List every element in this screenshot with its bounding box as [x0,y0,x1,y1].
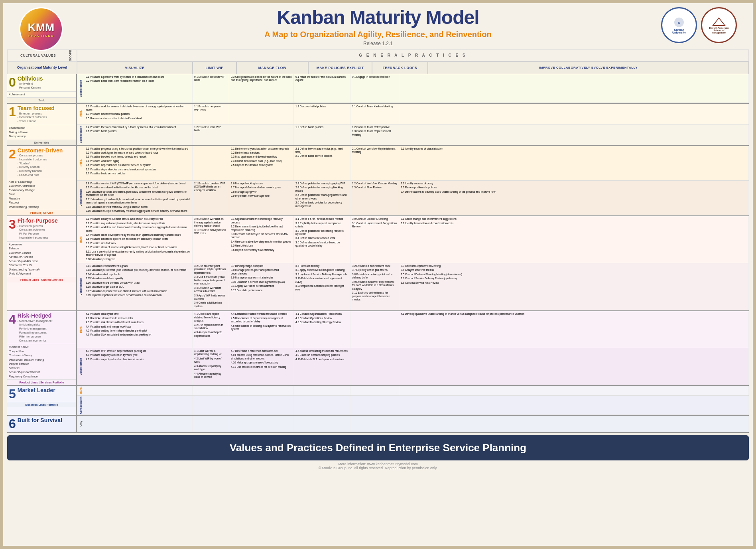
cell-item: 3.1 Organize around the knowledge recove… [231,217,292,224]
cell-item: 2.2 Identify sources of delay [401,182,747,185]
cell-item: 3.6 Report rudimentary flow efficiency [231,249,292,252]
phase-label: Consolidation [77,263,84,310]
cell-mpe-level0: 0.1 Make the rules for the individual ka… [294,74,350,103]
cell-item: 1.3 Conduct Team Replenishment Meeting [352,130,397,136]
cell-mflow-level6 [229,416,294,432]
col-header-mflow: MANAGE FLOW [236,61,308,74]
cell-item: 3.5 Conduct Delivery Planning Meeting (d… [401,273,747,276]
cell-lwip-level3: 3.0 Establish WIP limit on the aggregate… [193,216,229,263]
cell-fl-level3: 3.2 Establish a commitment point3.7 Expl… [350,263,399,310]
level-subtitle: - Consistent outcomes [18,228,75,232]
cell-fl-level5 [350,396,399,415]
cultural-value-item: Short-term Results [9,263,75,268]
cell-item: 4.8 Visualize capacity allocation by wor… [86,353,191,357]
level-3: 3Fit-for-Purpose- Consistent process- Co… [7,216,749,311]
cell-item: 2.2 Visualize work types by means of car… [86,151,191,154]
cell-item: 3.1 Establish activity-based WIP limits [194,229,227,235]
phase-row-5-0: Trans. [77,386,749,395]
footer-url: More information: www.kanbanmaturitymode… [7,462,749,466]
cell-fl-level4 [350,311,399,348]
level-num-5: 5 [9,387,16,400]
cell-item: 3.8 Establish a delivery point and a def… [352,273,397,280]
cell-item: 3.9 Visualize class of service using tic… [86,246,191,249]
cell-item: 3.11 Visualize replenishment signals [86,265,191,268]
cell-item: 1.4 Visualize the work carried out by a … [86,126,191,129]
cell-item: 4.2 Limit WIP by type of work [194,357,227,364]
level-title-0: Oblivious [18,76,75,82]
cultural-value-item: Data-driven decision making [9,358,75,362]
cultural-value-item: Narrative [9,197,75,201]
level-num-0: 0 [9,76,16,89]
cell-item: 2.1 Establish constant WIP (CONWIP) limi… [194,182,227,192]
cell-item: 4.7 Visualize WIP limits on dependencies… [86,350,191,353]
cultural-value-item: Fairness [9,366,75,371]
cell-item: 4.6 Use classes of booking in a dynamic … [231,324,292,331]
phase-row-1-0: Trans.1.1 Visualize work for several ind… [77,104,749,124]
enterprise-banner: Values and Practices Defined in Enterpri… [7,435,749,460]
cell-ice-level0 [399,74,749,103]
cell-item: 0.1 Make the rules for the individual ka… [295,75,348,82]
cell-viz-level3: 3.11 Visualize replenishment signals3.13… [84,263,193,310]
cell-item: 3.2 Identify transaction and coordinatio… [401,222,747,225]
phase-label: Consolidation [77,396,84,415]
scope-badge-0: Task [7,98,76,103]
cultural-value-item: Agreement [9,243,75,247]
cell-lwip-level4: 4.1 Limit WIP for a deprioritizing parki… [193,348,229,385]
scope-badge-4: Product Lines | Services Portfolio [7,380,76,385]
cell-item: 2.3 Map upstream and downstream flow [231,155,292,158]
cell-viz-level1: 1.4 Visualize the work carried out by a … [84,124,193,145]
cell-item: 2.15 Visualize multiple services by mean… [86,209,191,213]
cultural-value-item: Deeper Balance [9,362,75,366]
cell-item: 2.3 Conduct Flow Review [352,186,397,189]
cell-item: 3.11 Use a parking lot to visualize curr… [86,250,191,257]
cultural-value-item: Understanding (external) [9,268,75,272]
level-num-1: 1 [9,105,16,118]
cell-mflow-level2: 2.1 Define work types based on customer … [229,146,294,180]
cell-item: 4.1 Collect and report detailed flow eff… [194,312,227,322]
level-title-6: Built for Survival [18,417,75,423]
cell-mflow-level4: 4.4 Establish refutable versus irrefutab… [229,311,294,348]
enterprise-banner-text: Values and Practices Defined in Enterpri… [15,442,741,454]
cell-ice-level1 [399,124,749,145]
cell-item: 4.3 Allocate capacity by work type [194,365,227,371]
level-num-6: 6 [9,417,16,430]
level-subtitle: - Inconsistent outcomes [18,158,75,162]
cell-item: 3.3 Use a maximum (max) limit on capacit… [194,275,227,285]
cell-fl-level2: 2.1 Conduct Workflow Replenishment Meeti… [350,146,399,180]
level-6: 6Built for SurvivalOnly [7,416,749,433]
cell-lwip-level2: 2.1 Establish constant WIP (CONWIP) limi… [193,181,229,215]
phase-label: Consolidation [77,124,84,145]
cell-mpe-level2: 2.3 Define policies for managing aging W… [294,181,350,215]
cell-item: 3.16 Visualize future demand versus WIP … [86,281,191,284]
cell-item: 2.4 Visualize work item aging [86,160,191,163]
cell-item: 3.5 Visualize discarded options on an up… [86,237,191,241]
cell-mflow-level1 [229,104,294,124]
cell-viz-level2: 2.8 Visualize constant WIP (CONWIP) on a… [84,181,193,215]
main-subtitle: A Map to Organizational Agility, Resilie… [264,30,491,39]
cultural-value-item: Customer Service [9,251,75,255]
cell-item: 2.4 Define actions to develop basic unde… [401,190,747,194]
cell-mpe-level5 [294,396,350,415]
cultural-value-item: Competition [9,350,75,354]
level-title-5: Market Leader [18,387,75,393]
cell-item: 2.3 Define policies for managing aging W… [295,182,348,185]
cell-mflow-level0: 0.3 Categorize tasks based on the nature… [229,74,294,103]
cell-item: 3.1 Define Fit-for-Purpose-related metri… [295,217,348,221]
cell-item: 2.1 Identify sources of dissatisfaction [401,147,747,150]
cell-lwip-level2 [193,146,229,180]
cell-item: 4.10 Establish SLA on dependent services [295,358,348,361]
cultural-value-item: Transparency [9,134,75,139]
phase-row-2-0: Trans.2.1 Visualize progress using a hor… [77,146,749,181]
phase-row-5-1: Consolidation [77,396,749,415]
cultural-value-item: Regulatory Compliance [9,375,75,379]
cell-fl-level1: 1.2 Conduct Team Retrospective1.3 Conduc… [350,124,399,145]
scope-badge-2: Product | Service [7,210,76,215]
cell-mflow-level1 [229,124,294,145]
cell-mpe-level3: 3.7 Forecast delivery3.8 Apply qualitati… [294,263,350,310]
anderson-logo: David | AndersonSchool ofManagement [701,7,737,43]
cell-item: 3.3 Define policies for discarding reque… [295,229,348,236]
cell-item: 3.0 Conduct Blocker Clustering [352,217,397,221]
cell-item: 3.7 Develop triage discipline [231,265,292,268]
cell-item: 4.3 Conduct Marketing Strategy Review [295,321,348,324]
cell-item: 3.9 Establish customer expectations: for… [352,280,397,290]
